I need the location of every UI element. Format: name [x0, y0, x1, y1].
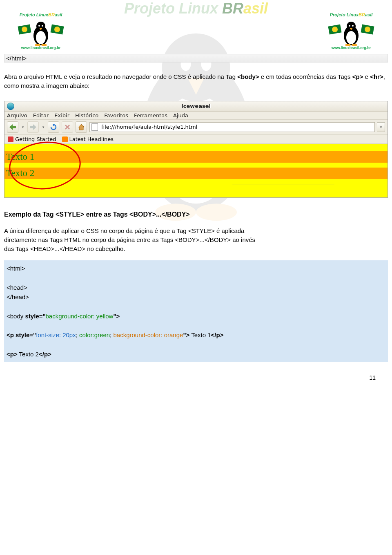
svg-point-36 [352, 25, 354, 27]
code-snippet-close-html: </html> [4, 54, 388, 63]
url-bar[interactable] [89, 122, 375, 132]
code-line: <body style="background-color: yellow"> [7, 311, 385, 321]
arrow-left-icon [9, 124, 16, 130]
svg-point-23 [38, 25, 40, 27]
browser-toolbar: ▾ ▾ ▾ [4, 120, 388, 135]
bookmark-bar: Getting Started Latest Headlines [4, 135, 388, 144]
svg-point-33 [346, 31, 356, 44]
url-dropdown[interactable]: ▾ [377, 122, 385, 132]
menu-exibir[interactable]: Exibir [54, 112, 69, 119]
reload-button[interactable] [48, 121, 59, 133]
globe-icon [7, 103, 14, 110]
bookmark-icon [8, 137, 13, 142]
window-title: Iceweasel [181, 103, 211, 109]
svg-point-24 [42, 25, 43, 27]
penguin-logo-icon [327, 17, 376, 46]
menu-historico[interactable]: Histórico [75, 112, 98, 119]
rss-icon [62, 137, 68, 142]
rendered-text-2: Texto 2 [4, 168, 388, 179]
back-button[interactable] [7, 121, 18, 133]
watermark-title: Projeto Linux BRasil [124, 0, 268, 17]
menu-favoritos[interactable]: Favoritos [104, 112, 128, 119]
bookmark-getting-started[interactable]: Getting Started [8, 136, 56, 143]
home-icon [78, 124, 85, 130]
svg-marker-45 [78, 124, 84, 130]
forward-dropdown[interactable]: ▾ [41, 125, 45, 129]
page-number: 11 [0, 362, 392, 389]
rendered-hr [232, 184, 334, 184]
svg-point-21 [36, 31, 46, 44]
code-line: <html> [7, 264, 385, 273]
svg-marker-41 [30, 124, 36, 130]
svg-point-29 [332, 27, 338, 32]
rendered-text-1: Texto 1 [4, 151, 388, 163]
stop-button[interactable] [62, 121, 73, 133]
bookmark-latest-headlines[interactable]: Latest Headlines [62, 136, 114, 143]
code-line: <p style="font-size: 20px; color:green; … [7, 330, 385, 340]
rendered-page: Texto 1 Texto 2 [4, 144, 388, 197]
logo-url: www.linuxbrasil.org.br [8, 46, 74, 50]
intro-paragraph: Abra o arquivo HTML e veja o resultado n… [4, 72, 388, 90]
menu-editar[interactable]: Editar [33, 112, 49, 119]
browser-menubar: Arquivo Editar Exibir Histórico Favorito… [4, 112, 388, 120]
penguin-logo-icon [16, 17, 65, 46]
url-input[interactable] [100, 123, 373, 130]
explanation-paragraph: A única diferença de aplicar o CSS no co… [4, 226, 265, 253]
stop-icon [65, 124, 70, 130]
arrow-right-icon [30, 124, 36, 130]
browser-titlebar: Iceweasel [4, 101, 388, 112]
logo-url: www.linuxbrasil.org.br [318, 46, 384, 50]
logo-left: Projeto LinuxBRasil www.linuxbrasil.org.… [8, 12, 74, 50]
code-block-html: <html> <head> </head> <body style="backg… [4, 260, 388, 362]
section-heading: Exemplo da Tag <STYLE> entre as Tags <BO… [4, 211, 388, 218]
menu-ferramentas[interactable]: Ferramentas [134, 112, 167, 119]
svg-point-31 [365, 27, 370, 32]
back-dropdown[interactable]: ▾ [21, 125, 25, 129]
svg-marker-40 [9, 124, 16, 130]
code-line: <head> [7, 283, 385, 292]
svg-point-19 [54, 27, 60, 32]
document-icon [91, 123, 98, 131]
menu-arquivo[interactable]: Arquivo [7, 112, 27, 119]
svg-point-35 [349, 25, 350, 27]
code-line: </head> [7, 292, 385, 302]
home-button[interactable] [76, 121, 87, 133]
browser-window: Iceweasel Arquivo Editar Exibir Históric… [4, 101, 388, 198]
logo-right: Projeto LinuxBRasil www.linuxbrasil.org.… [318, 12, 384, 50]
forward-button[interactable] [27, 121, 39, 133]
code-line: <p> Texto 2</p> [7, 349, 385, 359]
svg-point-17 [22, 27, 27, 32]
menu-ajuda[interactable]: Ajuda [173, 112, 188, 119]
reload-icon [50, 124, 57, 130]
